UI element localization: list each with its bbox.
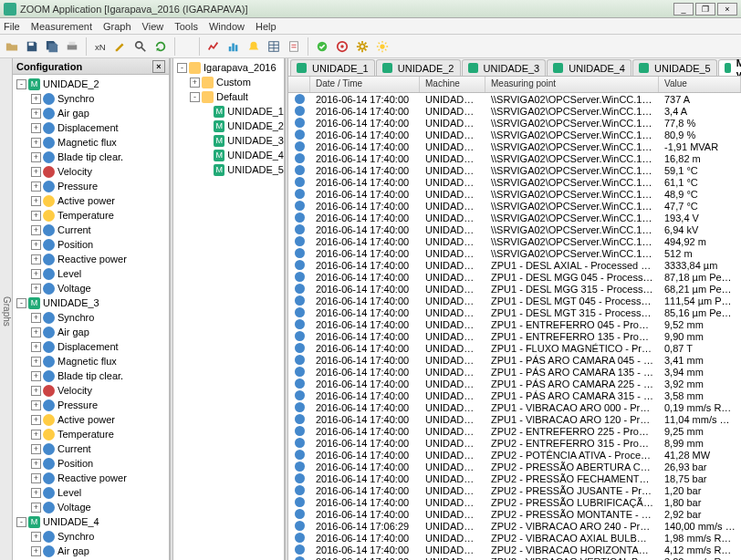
table-row[interactable]: 2016-06-14 17:40:00UNIDADE_3ZPU1 - PÁS A…	[288, 378, 741, 389]
table-row[interactable]: 2016-06-14 17:40:00UNIDADE_3ZPU1 - FLUXO…	[288, 342, 741, 354]
table-row[interactable]: 2016-06-14 17:40:00UNIDADE_3ZPU1 - PÁS A…	[288, 354, 741, 366]
data-rows[interactable]: 2016-06-14 17:40:00UNIDADE_3\\SRVIGA02\O…	[288, 93, 741, 560]
tree-item[interactable]: +Current	[13, 441, 169, 456]
table-row[interactable]: 2016-06-14 17:40:00UNIDADE_3ZPU2 - PRESS…	[288, 472, 741, 484]
col-measuring-point[interactable]: Measuring point	[485, 77, 659, 92]
table-row[interactable]: 2016-06-14 17:40:00UNIDADE_3\\SRVIGA02\O…	[288, 152, 741, 164]
tab-unidade_1[interactable]: UNIDADE_1	[290, 59, 375, 76]
col-machine[interactable]: Machine	[420, 77, 485, 92]
table-row[interactable]: 2016-06-14 17:40:00UNIDADE_3ZPU1 - ENTRE…	[288, 330, 741, 342]
tree-unit[interactable]: -MUNIDADE_2	[13, 77, 169, 91]
tab-monitored-values[interactable]: Monitored values	[718, 59, 741, 76]
edit-icon[interactable]	[112, 38, 129, 55]
table-row[interactable]: 2016-06-14 17:40:00UNIDADE_3\\SRVIGA02\O…	[288, 223, 741, 235]
tree-item[interactable]: +Level	[13, 266, 169, 281]
table-row[interactable]: 2016-06-14 17:40:00UNIDADE_3ZPU2 - VIBRA…	[288, 555, 741, 560]
refresh-icon[interactable]	[152, 38, 169, 55]
proj-tree-item[interactable]: +Custom	[173, 75, 284, 89]
tree-unit[interactable]: -MUNIDADE_4	[13, 514, 169, 529]
tree-item[interactable]: +Blade tip clear.	[13, 368, 169, 383]
tree-item[interactable]: +Voltage	[13, 500, 169, 514]
proj-tree-item[interactable]: MUNIDADE_3	[173, 133, 284, 148]
table-row[interactable]: 2016-06-14 17:40:00UNIDADE_3ZPU2 - PRESS…	[288, 484, 741, 496]
maximize-button[interactable]: ❐	[695, 3, 715, 16]
table-row[interactable]: 2016-06-14 17:40:00UNIDADE_3ZPU1 - VIBRA…	[288, 413, 741, 425]
col-value[interactable]: Value	[659, 77, 741, 92]
tree-item[interactable]: +Velocity	[13, 164, 169, 179]
table-row[interactable]: 2016-06-14 17:40:00UNIDADE_3\\SRVIGA02\O…	[288, 105, 741, 117]
table-row[interactable]: 2016-06-14 17:40:00UNIDADE_3\\SRVIGA02\O…	[288, 235, 741, 247]
tree-item[interactable]: +Synchro	[13, 310, 169, 325]
table-row[interactable]: 2016-06-14 17:40:00UNIDADE_3\\SRVIGA02\O…	[288, 93, 741, 105]
tab-unidade_2[interactable]: UNIDADE_2	[376, 59, 461, 76]
table-row[interactable]: 2016-06-14 17:40:00UNIDADE_3ZPU1 - DESL …	[288, 306, 741, 318]
table-row[interactable]: 2016-06-14 17:40:00UNIDADE_3ZPU1 - ENTRE…	[288, 318, 741, 330]
table-row[interactable]: 2016-06-14 17:40:00UNIDADE_3\\SRVIGA02\O…	[288, 188, 741, 200]
tree-item[interactable]: +Voltage	[13, 281, 169, 296]
bar-chart-icon[interactable]	[225, 38, 242, 55]
table-row[interactable]: 2016-06-14 17:40:00UNIDADE_3\\SRVIGA02\O…	[288, 117, 741, 129]
tree-item[interactable]: +Magnetic flux	[13, 135, 169, 150]
table-row[interactable]: 2016-06-14 17:40:00UNIDADE_3ZPU2 - PRESS…	[288, 461, 741, 472]
table-row[interactable]: 2016-06-14 17:40:00UNIDADE_3ZPU1 - PÁS A…	[288, 366, 741, 378]
proj-tree-item[interactable]: MUNIDADE_5	[173, 162, 284, 177]
print-icon[interactable]	[64, 38, 80, 55]
bell-icon[interactable]	[245, 38, 262, 55]
proj-tree-item[interactable]: -Default	[173, 89, 284, 104]
open-icon[interactable]	[4, 38, 20, 55]
proj-tree-item[interactable]: MUNIDADE_4	[173, 148, 284, 162]
tree-item[interactable]: +Level	[13, 485, 169, 500]
table-row[interactable]: 2016-06-14 17:40:00UNIDADE_3\\SRVIGA02\O…	[288, 176, 741, 188]
tree-item[interactable]: +Displacement	[13, 120, 169, 135]
table-row[interactable]: 2016-06-14 17:40:00UNIDADE_3ZPU1 - PÁS A…	[288, 389, 741, 401]
menu-tools[interactable]: Tools	[174, 21, 198, 32]
search-icon[interactable]	[132, 38, 149, 55]
table-row[interactable]: 2016-06-14 17:40:00UNIDADE_3ZPU1 - DESL …	[288, 259, 741, 271]
tree-item[interactable]: +Pressure	[13, 398, 169, 412]
tree-item[interactable]: +Temperature	[13, 427, 169, 441]
chart-icon[interactable]	[205, 38, 222, 55]
sun-icon[interactable]	[374, 38, 391, 55]
tab-unidade_5[interactable]: UNIDADE_5	[632, 59, 717, 76]
menu-measurement[interactable]: Measurement	[31, 21, 92, 32]
table-row[interactable]: 2016-06-14 17:40:00UNIDADE_3ZPU2 - POTÊN…	[288, 449, 741, 461]
table-row[interactable]: 2016-06-14 17:40:00UNIDADE_3ZPU2 - PRESS…	[288, 496, 741, 508]
proj-tree-item[interactable]: MUNIDADE_2	[173, 119, 284, 133]
table-row[interactable]: 2016-06-14 17:40:00UNIDADE_3\\SRVIGA02\O…	[288, 212, 741, 223]
minimize-button[interactable]: _	[673, 3, 694, 16]
menu-file[interactable]: File	[4, 21, 20, 32]
proj-tree-item[interactable]: -Igarapava_2016	[173, 60, 284, 75]
tree-item[interactable]: +Air gap	[13, 325, 169, 339]
tree-item[interactable]: +Velocity	[13, 383, 169, 398]
close-button[interactable]: ×	[717, 3, 737, 16]
check-icon[interactable]	[314, 38, 330, 55]
target-icon[interactable]	[334, 38, 350, 55]
tab-unidade_3[interactable]: UNIDADE_3	[462, 59, 547, 76]
gear-icon[interactable]	[354, 38, 370, 55]
tree-item[interactable]: +Current	[13, 223, 169, 237]
save-all-icon[interactable]	[44, 38, 60, 55]
tree-item[interactable]: +Air gap	[13, 106, 169, 120]
table-row[interactable]: 2016-06-14 17:40:00UNIDADE_3\\SRVIGA02\O…	[288, 140, 741, 152]
table-icon[interactable]	[266, 38, 282, 55]
col-datetime[interactable]: Date / Time	[310, 77, 420, 92]
table-row[interactable]: 2016-06-14 17:40:00UNIDADE_3ZPU2 - PRESS…	[288, 508, 741, 520]
report-icon[interactable]	[286, 38, 302, 55]
tree-item[interactable]: +Temperature	[13, 208, 169, 223]
graphs-gutter[interactable]: Graphs	[0, 58, 13, 560]
tree-item[interactable]: +Blade tip clear.	[13, 150, 169, 164]
tree-item[interactable]: +Position	[13, 456, 169, 471]
unit-tree[interactable]: -MUNIDADE_2+Synchro+Air gap+Displacement…	[13, 75, 169, 560]
table-row[interactable]: 2016-06-14 17:40:00UNIDADE_3ZPU1 - VIBRA…	[288, 401, 741, 413]
tree-item[interactable]: +Position	[13, 237, 169, 252]
tab-unidade_4[interactable]: UNIDADE_4	[547, 59, 631, 76]
table-row[interactable]: 2016-06-14 17:40:00UNIDADE_3\\SRVIGA02\O…	[288, 247, 741, 259]
table-row[interactable]: 2016-06-14 17:40:00UNIDADE_3ZPU1 - DESL …	[288, 283, 741, 295]
tree-item[interactable]: +Magnetic flux	[13, 354, 169, 368]
table-row[interactable]: 2016-06-14 17:40:00UNIDADE_3ZPU2 - VIBRA…	[288, 544, 741, 555]
menu-help[interactable]: Help	[256, 21, 277, 32]
table-row[interactable]: 2016-06-14 17:06:29UNIDADE_3ZPU2 - VIBRA…	[288, 520, 741, 532]
tree-unit[interactable]: -MUNIDADE_3	[13, 296, 169, 310]
tree-item[interactable]: +Active power	[13, 412, 169, 427]
tree-item[interactable]: +Synchro	[13, 529, 169, 544]
